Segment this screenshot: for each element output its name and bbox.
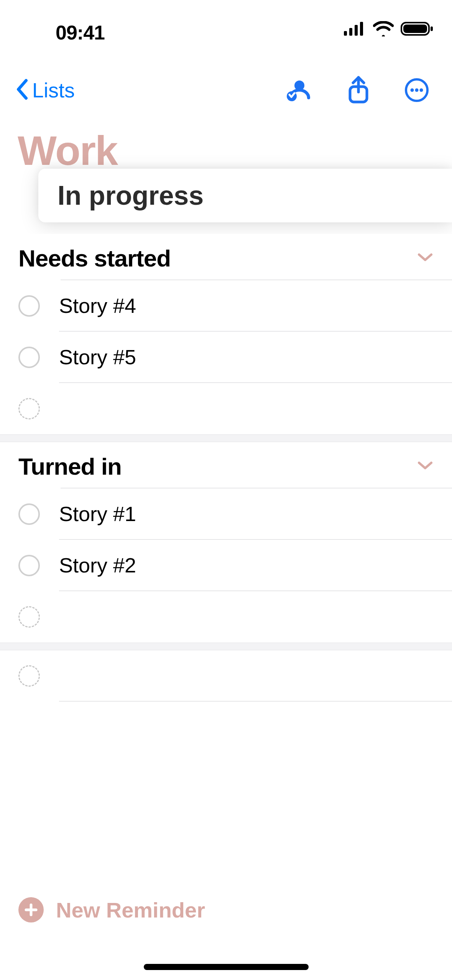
nav-bar: Lists: [0, 67, 452, 113]
svg-rect-3: [360, 22, 363, 36]
checkbox-circle[interactable]: [18, 503, 40, 525]
section-title: Needs started: [18, 245, 171, 272]
chevron-left-icon: [15, 78, 29, 102]
home-indicator[interactable]: [144, 964, 309, 970]
reminder-item[interactable]: Story #5: [0, 332, 452, 383]
add-circle-icon: [18, 398, 40, 419]
add-reminder-placeholder[interactable]: [0, 383, 452, 434]
svg-rect-6: [431, 26, 433, 31]
back-label: Lists: [32, 78, 75, 102]
chevron-down-icon[interactable]: [417, 460, 434, 473]
svg-point-12: [415, 89, 419, 92]
checkbox-circle[interactable]: [18, 555, 40, 576]
reminder-title: Story #4: [59, 294, 136, 317]
svg-rect-0: [344, 31, 347, 36]
svg-rect-5: [403, 25, 427, 33]
reminder-item[interactable]: Story #2: [0, 540, 452, 591]
plus-circle-icon: [18, 897, 44, 922]
checkbox-circle[interactable]: [18, 347, 40, 368]
reminder-title: Story #1: [59, 502, 136, 526]
status-time: 09:41: [56, 21, 105, 44]
add-circle-icon: [18, 606, 40, 628]
status-bar: 09:41: [0, 0, 452, 54]
section-turned-in: Turned in Story #1 Story #2: [0, 442, 452, 643]
svg-point-13: [420, 89, 423, 92]
add-reminder-placeholder[interactable]: [0, 591, 452, 643]
chevron-down-icon[interactable]: [417, 252, 434, 265]
section-needs-started: Needs started Story #4 Story #5: [0, 234, 452, 434]
list-title: Work: [18, 127, 117, 174]
new-reminder-label: New Reminder: [56, 898, 205, 922]
section-separator: [0, 434, 452, 442]
wifi-icon: [373, 21, 394, 38]
back-button[interactable]: Lists: [15, 78, 75, 102]
add-circle-icon: [18, 665, 40, 687]
svg-rect-1: [349, 28, 352, 36]
unsectioned-area: [0, 650, 452, 702]
battery-icon: [401, 21, 434, 38]
share-icon[interactable]: [347, 76, 370, 104]
checkbox-circle[interactable]: [18, 295, 40, 317]
active-column-card[interactable]: In progress: [38, 169, 452, 222]
reminder-title: Story #2: [59, 553, 136, 577]
add-reminder-placeholder[interactable]: [0, 650, 452, 702]
section-title: Turned in: [18, 453, 122, 480]
cellular-icon: [344, 22, 366, 37]
reminder-title: Story #5: [59, 345, 136, 369]
status-icons: [344, 21, 434, 38]
svg-rect-2: [355, 25, 358, 36]
collaborate-icon[interactable]: [285, 78, 312, 102]
svg-point-11: [411, 89, 414, 92]
active-column-label: In progress: [58, 180, 204, 211]
reminder-item[interactable]: Story #4: [0, 280, 452, 332]
new-reminder-button[interactable]: New Reminder: [18, 897, 205, 922]
reminder-item[interactable]: Story #1: [0, 488, 452, 540]
section-separator: [0, 643, 452, 650]
more-icon[interactable]: [404, 78, 429, 102]
